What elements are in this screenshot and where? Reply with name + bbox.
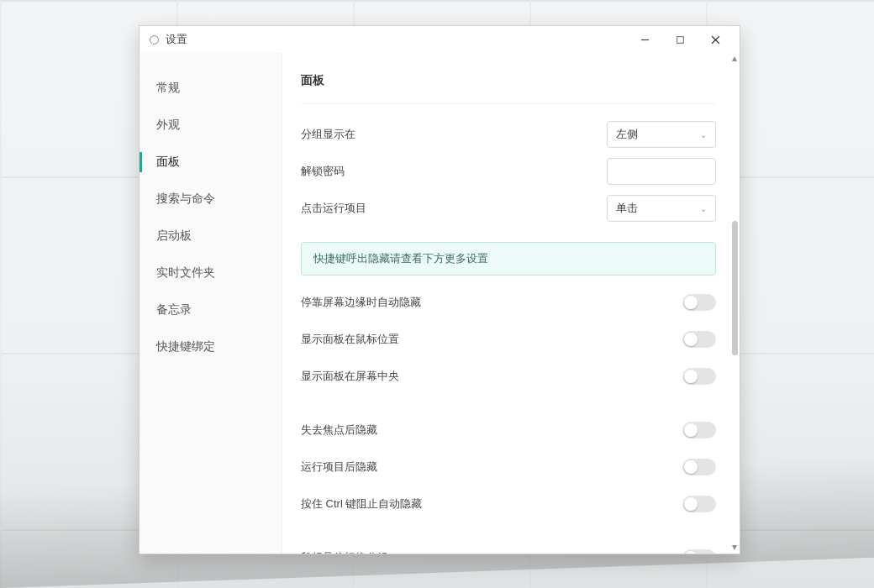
toggle-row-show-at-mouse: 显示面板在鼠标位置 xyxy=(301,321,716,358)
app-icon-circle xyxy=(150,35,159,45)
group-display-select[interactable]: 左侧 ⌄ xyxy=(607,121,716,148)
sidebar-item-hotkeys[interactable]: 快捷键绑定 xyxy=(140,328,282,365)
sidebar-item-label: 启动板 xyxy=(156,229,192,242)
toggle-row-hide-after-run: 运行项目后隐藏 xyxy=(301,449,716,486)
toggle-hide-after-run[interactable] xyxy=(682,459,716,475)
section-title: 面板 xyxy=(301,73,716,88)
select-value: 单击 xyxy=(616,201,638,216)
close-button[interactable] xyxy=(698,28,733,51)
row-label: 失去焦点后隐藏 xyxy=(301,423,682,438)
info-text: 快捷键呼出隐藏请查看下方更多设置 xyxy=(313,252,488,265)
toggle-show-at-mouse[interactable] xyxy=(682,331,716,348)
chevron-down-icon: ⌄ xyxy=(700,130,707,139)
sidebar-item-label: 搜索与命令 xyxy=(156,192,215,205)
sidebar-item-panel[interactable]: 面板 xyxy=(140,144,282,181)
row-label: 点击运行项目 xyxy=(301,201,607,216)
row-label: 运行项目后隐藏 xyxy=(301,459,682,475)
sidebar-item-label: 常规 xyxy=(156,81,180,94)
toggle-row-show-center: 显示面板在屏幕中央 xyxy=(301,358,716,395)
sidebar-item-appearance[interactable]: 外观 xyxy=(140,107,282,144)
sidebar-item-label: 外观 xyxy=(156,118,180,131)
sidebar-item-search[interactable]: 搜索与命令 xyxy=(140,181,282,218)
minimize-button[interactable] xyxy=(627,28,662,51)
sidebar-item-label: 面板 xyxy=(156,155,180,168)
toggle-hover-switch-group[interactable] xyxy=(682,549,716,554)
row-label: 显示面板在鼠标位置 xyxy=(301,332,682,347)
sidebar: 常规 外观 面板 搜索与命令 启动板 实时文件夹 备忘录 快捷键绑定 xyxy=(140,53,282,554)
row-label: 分组显示在 xyxy=(301,127,607,142)
toggle-row-auto-hide-edge: 停靠屏幕边缘时自动隐藏 xyxy=(301,284,716,321)
toggle-row-hover-switch-group: 鼠标悬停切换分组 xyxy=(301,539,716,554)
row-label: 解锁密码 xyxy=(301,164,607,179)
maximize-button[interactable] xyxy=(662,28,698,51)
divider xyxy=(301,103,716,104)
toggle-row-ctrl-prevent-hide: 按住 Ctrl 键阻止自动隐藏 xyxy=(301,486,716,522)
content-area[interactable]: 面板 分组显示在 左侧 ⌄ 解锁密码 点击运行项目 单击 ⌄ xyxy=(282,53,740,554)
titlebar[interactable]: 设置 xyxy=(140,26,740,53)
toggle-show-center[interactable] xyxy=(682,368,716,385)
row-label: 按住 Ctrl 键阻止自动隐藏 xyxy=(301,496,682,512)
unlock-password-input[interactable] xyxy=(607,158,716,185)
sidebar-item-label: 快捷键绑定 xyxy=(156,340,215,353)
row-click-run: 点击运行项目 单击 ⌄ xyxy=(301,190,716,227)
sidebar-item-label: 实时文件夹 xyxy=(156,266,215,279)
window-title: 设置 xyxy=(166,33,187,47)
toggle-row-hide-on-blur: 失去焦点后隐藏 xyxy=(301,412,716,449)
select-value: 左侧 xyxy=(616,127,638,142)
window-body: 常规 外观 面板 搜索与命令 启动板 实时文件夹 备忘录 快捷键绑定 面板 分组… xyxy=(140,53,740,554)
sidebar-item-general[interactable]: 常规 xyxy=(140,70,282,107)
info-banner: 快捷键呼出隐藏请查看下方更多设置 xyxy=(301,242,716,276)
scroll-down-icon[interactable] xyxy=(732,545,737,550)
row-label: 停靠屏幕边缘时自动隐藏 xyxy=(301,295,682,310)
row-label: 显示面板在屏幕中央 xyxy=(301,369,682,384)
scroll-up-icon[interactable] xyxy=(732,56,737,61)
click-run-select[interactable]: 单击 ⌄ xyxy=(607,195,716,222)
toggle-auto-hide-edge[interactable] xyxy=(682,294,716,311)
sidebar-item-launchpad[interactable]: 启动板 xyxy=(140,218,282,255)
sidebar-item-memo[interactable]: 备忘录 xyxy=(140,291,282,328)
row-label: 鼠标悬停切换分组 xyxy=(301,550,682,554)
svg-rect-1 xyxy=(677,36,683,43)
scrollbar-thumb[interactable] xyxy=(732,221,738,355)
chevron-down-icon: ⌄ xyxy=(700,204,707,213)
toggle-ctrl-prevent-hide[interactable] xyxy=(682,496,716,512)
sidebar-item-live-folders[interactable]: 实时文件夹 xyxy=(140,255,282,291)
row-unlock-password: 解锁密码 xyxy=(301,153,716,190)
toggle-hide-on-blur[interactable] xyxy=(682,422,716,438)
settings-window: 设置 常规 外观 面板 搜索与命令 启动板 实时文件夹 备忘录 快捷键绑定 面 xyxy=(139,25,740,554)
sidebar-item-label: 备忘录 xyxy=(156,303,192,316)
row-group-display: 分组显示在 左侧 ⌄ xyxy=(301,116,716,153)
